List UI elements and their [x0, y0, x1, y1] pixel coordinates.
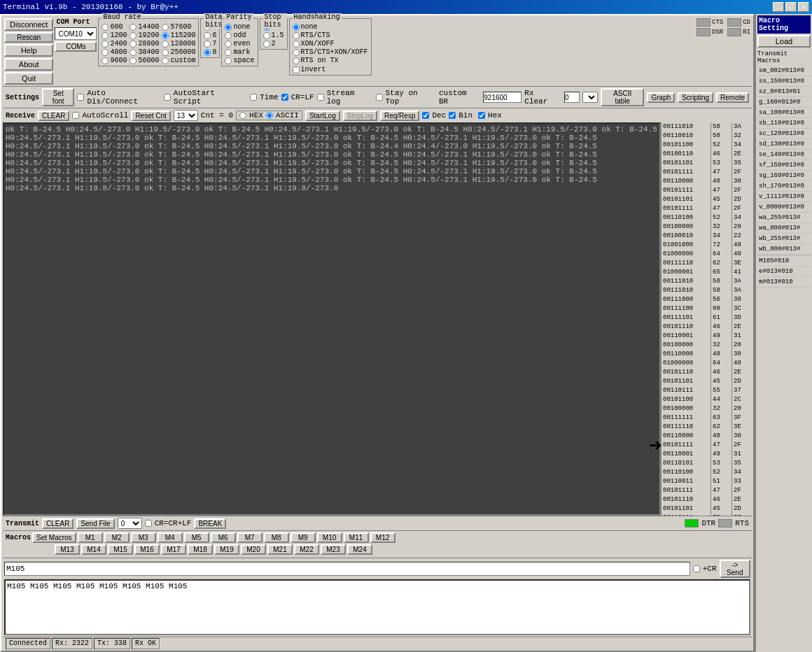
bin-checkbox[interactable]: [449, 112, 456, 119]
macro-m17[interactable]: M17: [161, 544, 186, 555]
parity-mark-radio[interactable]: [225, 49, 232, 56]
rescan-button[interactable]: Rescan: [4, 32, 53, 43]
output-text-area[interactable]: M105 M105 M105 M105 M105 M105 M105 M105: [4, 579, 750, 635]
cr-crlf-checkbox[interactable]: [145, 520, 152, 527]
stay-on-top-checkbox[interactable]: [376, 94, 383, 101]
receive-clear-button[interactable]: CLEAR: [38, 111, 69, 121]
baud-38400-radio[interactable]: [130, 49, 136, 56]
baud-4800-radio[interactable]: [102, 49, 108, 56]
auto-dis-connect-checkbox[interactable]: [77, 94, 84, 101]
macro-m3[interactable]: M3: [131, 532, 156, 543]
right-macro-item-20[interactable]: M105#010: [757, 256, 811, 267]
rx-clear-input[interactable]: [564, 92, 580, 103]
macro-m6[interactable]: M6: [211, 532, 236, 543]
macro-m7[interactable]: M7: [237, 532, 262, 543]
maximize-button[interactable]: □: [785, 2, 797, 12]
baud-256000-radio[interactable]: [162, 49, 169, 56]
macro-m15[interactable]: M15: [108, 544, 133, 555]
right-macro-item-8[interactable]: se_140#013#0: [757, 150, 811, 160]
dbits-8-radio[interactable]: [204, 49, 211, 56]
ascii-radio[interactable]: [266, 112, 273, 119]
hex-column[interactable]: 3A32342E352F302F2D2F34202248403E413A3A38…: [732, 122, 752, 516]
macro-m16[interactable]: M16: [134, 544, 160, 555]
right-macro-item-11[interactable]: sh_170#013#0: [757, 181, 811, 192]
close-button[interactable]: ✕: [798, 2, 809, 12]
transmit-num-select[interactable]: 0: [118, 518, 142, 529]
req-resp-button[interactable]: Req/Resp: [380, 111, 419, 121]
plus-cr-checkbox[interactable]: [693, 565, 700, 572]
baud-57600-radio[interactable]: [162, 24, 169, 31]
baud-56000-radio[interactable]: [130, 57, 136, 64]
dec-column[interactable]: 5850524653474847454752323472646265585856…: [711, 122, 732, 516]
right-macro-item-7[interactable]: sd_130#013#0: [757, 139, 811, 150]
send-file-button[interactable]: Send File: [76, 518, 114, 529]
macro-m18[interactable]: M18: [188, 544, 213, 555]
hex-radio[interactable]: [239, 112, 246, 119]
dec-checkbox[interactable]: [422, 112, 429, 119]
macro-m1[interactable]: M1: [78, 532, 103, 543]
baud-28800-radio[interactable]: [130, 41, 136, 48]
right-macro-item-3[interactable]: g_160#013#0: [757, 97, 811, 108]
hs-xon-radio[interactable]: [293, 41, 300, 48]
macro-m11[interactable]: M11: [344, 532, 369, 543]
baud-128000-radio[interactable]: [162, 41, 169, 48]
macro-m8[interactable]: M8: [264, 532, 289, 543]
cnt-select[interactable]: 13: [174, 110, 198, 121]
macro-m22[interactable]: M22: [294, 544, 319, 555]
right-macro-item-1[interactable]: ss_150#013#0: [757, 76, 811, 87]
macro-m5[interactable]: M5: [184, 532, 209, 543]
start-log-button[interactable]: StartLog: [305, 111, 340, 121]
minimize-button[interactable]: _: [773, 2, 784, 12]
parity-odd-radio[interactable]: [225, 32, 232, 39]
set-font-button[interactable]: Set font: [42, 88, 74, 106]
baud-19200-radio[interactable]: [130, 32, 136, 39]
right-macro-item-22[interactable]: m#013#010: [757, 277, 811, 288]
coms-button[interactable]: COMs: [55, 41, 97, 52]
baud-custom-radio[interactable]: [162, 57, 169, 64]
about-button[interactable]: About: [4, 58, 53, 71]
com-port-select[interactable]: COM10: [55, 27, 97, 40]
macro-m12[interactable]: M12: [370, 532, 396, 543]
remote-button[interactable]: Remote: [716, 92, 749, 103]
right-macro-item-9[interactable]: sf_150#013#0: [757, 160, 811, 171]
time-checkbox[interactable]: [250, 94, 257, 101]
receive-text-area[interactable]: ok T: B-24.5 H0:24.5/-273.0 H1:19.5/-273…: [3, 122, 661, 516]
right-macro-item-6[interactable]: sc_120#013#0: [757, 129, 811, 139]
help-button[interactable]: Help: [4, 44, 53, 57]
stream-log-checkbox[interactable]: [317, 94, 324, 101]
autoscroll-checkbox[interactable]: [72, 112, 79, 119]
right-macro-item-5[interactable]: sb_110#013#0: [757, 118, 811, 129]
set-macros-button[interactable]: Set Macros: [32, 532, 76, 543]
baud-9600-radio[interactable]: [102, 57, 108, 64]
macro-m4[interactable]: M4: [158, 532, 183, 543]
send-button[interactable]: -> Send: [720, 560, 750, 578]
scripting-button[interactable]: Scripting: [678, 92, 713, 103]
right-macro-item-21[interactable]: e#013#010: [757, 267, 811, 277]
hex-display-checkbox[interactable]: [478, 112, 485, 119]
right-macro-item-0[interactable]: sm_002#013#0: [757, 66, 811, 76]
sbits-15-radio[interactable]: [263, 32, 270, 39]
baud-14400-radio[interactable]: [130, 24, 136, 31]
macro-m13[interactable]: M13: [55, 544, 80, 555]
right-macro-item-14[interactable]: wa_255#013#: [757, 213, 811, 223]
right-macro-item-16[interactable]: wb_255#013#: [757, 234, 811, 244]
right-macro-item-12[interactable]: v_1111#013#0: [757, 192, 811, 202]
command-input[interactable]: [4, 562, 690, 576]
disconnect-button[interactable]: Disconnect: [4, 18, 53, 31]
custom-br-input[interactable]: [483, 92, 522, 103]
right-macro-item-4[interactable]: sa_100#013#0: [757, 108, 811, 118]
macro-m21[interactable]: M21: [267, 544, 293, 555]
macro-m20[interactable]: M20: [241, 544, 266, 555]
invert-checkbox[interactable]: [293, 66, 300, 73]
hs-none-radio[interactable]: [293, 24, 300, 31]
sbits-2-radio[interactable]: [263, 41, 270, 48]
baud-600-radio[interactable]: [102, 24, 108, 31]
transmit-clear-button[interactable]: CLEAR: [42, 518, 74, 529]
parity-none-radio[interactable]: [225, 24, 232, 31]
break-button[interactable]: BREAK: [194, 518, 226, 529]
quit-button[interactable]: Quit: [4, 72, 53, 85]
right-macro-item-13[interactable]: v_0000#013#0: [757, 202, 811, 213]
macro-m9[interactable]: M9: [290, 532, 316, 543]
right-macro-item-15[interactable]: wa_000#013#: [757, 223, 811, 234]
macro-m2[interactable]: M2: [104, 532, 130, 543]
